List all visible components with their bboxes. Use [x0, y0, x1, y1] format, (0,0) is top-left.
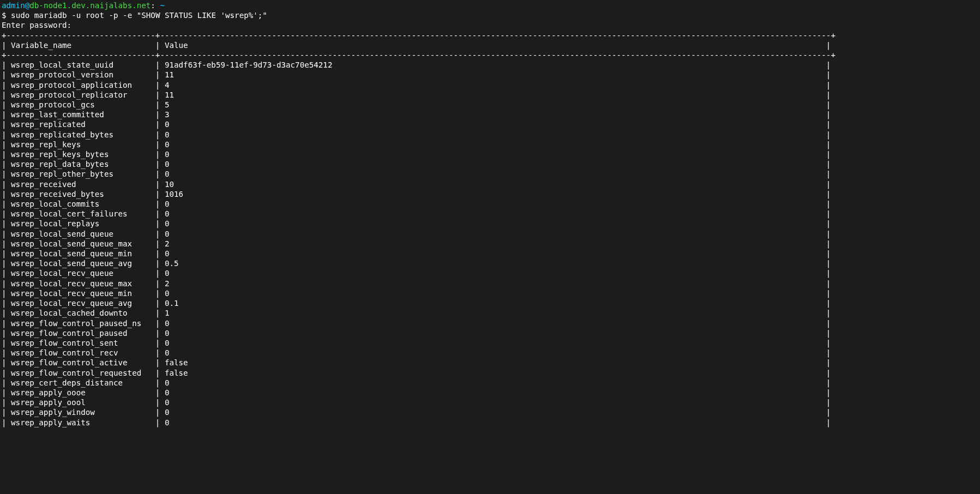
command-text: sudo mariadb -u root -p -e "SHOW STATUS … [11, 11, 267, 20]
table-border-top: +--------------------------------+------… [2, 31, 835, 40]
table-row: | wsrep_local_recv_queue | 0 | [2, 269, 831, 278]
prompt-user: admin [2, 1, 25, 10]
table-header-row: | Variable_name | Value | [2, 41, 831, 50]
table-row: | wsrep_flow_control_paused | 0 | [2, 329, 831, 338]
table-border-mid: +--------------------------------+------… [2, 51, 835, 59]
table-row: | wsrep_protocol_version | 11 | [2, 70, 831, 79]
table-row: | wsrep_protocol_gcs | 5 | [2, 100, 831, 109]
prompt-at: @ [25, 1, 30, 10]
table-row: | wsrep_received | 10 | [2, 180, 831, 189]
table-row: | wsrep_local_recv_queue_min | 0 | [2, 289, 831, 298]
table-row: | wsrep_replicated_bytes | 0 | [2, 130, 831, 139]
table-row: | wsrep_local_send_queue_avg | 0.5 | [2, 259, 831, 268]
table-row: | wsrep_flow_control_sent | 0 | [2, 339, 831, 347]
table-row: | wsrep_flow_control_paused_ns | 0 | [2, 319, 831, 328]
terminal-output[interactable]: admin@db-node1.dev.naijalabs.net: ~ $ su… [0, 0, 980, 428]
table-row: | wsrep_flow_control_active | false | [2, 358, 831, 367]
table-row: | wsrep_received_bytes | 1016 | [2, 190, 831, 198]
table-row: | wsrep_flow_control_recv | 0 | [2, 348, 831, 357]
table-row: | wsrep_local_commits | 0 | [2, 200, 831, 208]
prompt-sep: : [151, 1, 155, 10]
table-row: | wsrep_local_cert_failures | 0 | [2, 209, 831, 218]
prompt-path: ~ [155, 1, 165, 10]
table-row: | wsrep_repl_data_bytes | 0 | [2, 160, 831, 168]
prompt-host: db-node1.dev.naijalabs.net [29, 1, 151, 10]
table-row: | wsrep_local_state_uuid | 91adf63f-eb59… [2, 61, 831, 69]
table-row: | wsrep_replicated | 0 | [2, 120, 831, 129]
table-row: | wsrep_protocol_application | 4 | [2, 81, 831, 89]
table-row: | wsrep_apply_waits | 0 | [2, 418, 831, 427]
table-row: | wsrep_apply_window | 0 | [2, 408, 831, 417]
table-row: | wsrep_local_recv_queue_max | 2 | [2, 279, 831, 288]
prompt-ps2: $ [2, 11, 11, 20]
table-row: | wsrep_cert_deps_distance | 0 | [2, 378, 831, 387]
table-row: | wsrep_flow_control_requested | false | [2, 369, 831, 377]
table-row: | wsrep_local_send_queue_max | 2 | [2, 239, 831, 248]
table-row: | wsrep_protocol_replicator | 11 | [2, 91, 831, 99]
table-row: | wsrep_local_cached_downto | 1 | [2, 309, 831, 317]
table-row: | wsrep_local_send_queue | 0 | [2, 230, 831, 238]
table-row: | wsrep_local_recv_queue_avg | 0.1 | [2, 299, 831, 308]
table-row: | wsrep_repl_keys_bytes | 0 | [2, 150, 831, 159]
table-row: | wsrep_local_replays | 0 | [2, 219, 831, 228]
enter-password-prompt: Enter password: [2, 21, 71, 29]
table-row: | wsrep_last_committed | 3 | [2, 110, 831, 119]
table-row: | wsrep_repl_keys | 0 | [2, 140, 831, 149]
table-row: | wsrep_apply_oool | 0 | [2, 398, 831, 407]
table-row: | wsrep_local_send_queue_min | 0 | [2, 249, 831, 258]
table-row: | wsrep_apply_oooe | 0 | [2, 388, 831, 397]
table-row: | wsrep_repl_other_bytes | 0 | [2, 170, 831, 178]
